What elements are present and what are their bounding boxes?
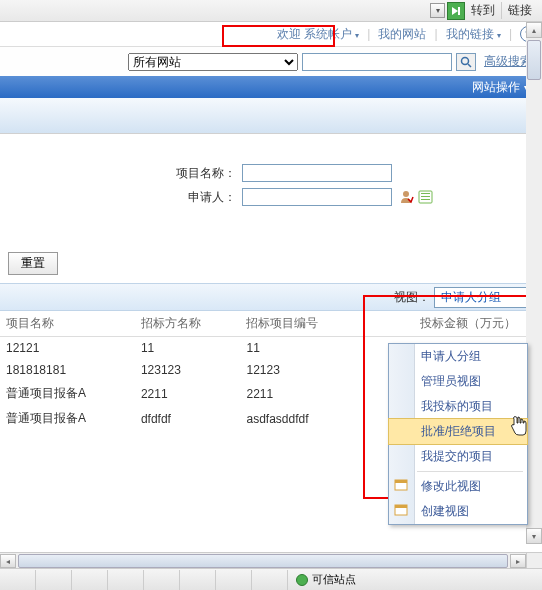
modify-view-menu-item[interactable]: 修改此视图 (389, 474, 527, 499)
status-cell (180, 570, 216, 590)
new-view-icon (394, 502, 410, 518)
status-cell (0, 570, 36, 590)
search-button[interactable] (456, 53, 476, 71)
status-cell (216, 570, 252, 590)
col-project-number[interactable]: 招标项目编号 (240, 311, 363, 337)
reset-button[interactable]: 重置 (8, 252, 58, 275)
edit-view-icon (394, 477, 410, 493)
col-project-name[interactable]: 项目名称 (0, 311, 135, 337)
status-cell (108, 570, 144, 590)
scroll-thumb-h[interactable] (18, 554, 508, 568)
svg-rect-9 (395, 480, 407, 483)
svg-rect-11 (395, 505, 407, 508)
trusted-site-icon (296, 574, 308, 586)
search-input[interactable] (302, 53, 452, 71)
svg-rect-0 (458, 7, 460, 15)
project-name-input[interactable] (242, 164, 392, 182)
svg-line-2 (468, 64, 471, 67)
scroll-up-button[interactable]: ▴ (526, 22, 542, 38)
trusted-site-label: 可信站点 (312, 572, 356, 587)
status-cell (36, 570, 72, 590)
my-site-link[interactable]: 我的网站 (378, 26, 426, 43)
applicant-label: 申请人： (12, 189, 242, 206)
browser-toolbar: ▾ 转到 链接 (0, 0, 542, 22)
view-menu-item[interactable]: 我提交的项目 (389, 444, 527, 469)
check-name-icon[interactable] (398, 189, 414, 205)
status-bar: 可信站点 (0, 568, 542, 590)
title-area (0, 98, 542, 134)
view-selector[interactable]: 申请人分组 ▾ (434, 287, 534, 308)
button-row: 重置 (0, 222, 542, 283)
search-scope-select[interactable]: 所有网站 (128, 53, 298, 71)
view-menu-item[interactable]: 批准/拒绝项目 (388, 418, 528, 445)
view-menu-item[interactable]: 申请人分组 (389, 344, 527, 369)
svg-rect-6 (421, 196, 430, 197)
go-label: 转到 (467, 2, 499, 19)
view-menu-item[interactable]: 管理员视图 (389, 369, 527, 394)
col-bidder-name[interactable]: 招标方名称 (135, 311, 241, 337)
site-actions-bar: 网站操作▾ (0, 76, 542, 98)
history-dropdown[interactable]: ▾ (430, 3, 445, 18)
scroll-thumb-v[interactable] (527, 40, 541, 80)
search-bar: 所有网站 高级搜索 (0, 46, 542, 76)
svg-point-1 (462, 57, 469, 64)
svg-rect-7 (421, 199, 430, 200)
view-dropdown-menu: 申请人分组管理员视图我投标的项目批准/拒绝项目我提交的项目修改此视图创建视图 (388, 343, 528, 525)
applicant-input[interactable] (242, 188, 392, 206)
svg-rect-5 (421, 193, 430, 194)
site-actions-button[interactable]: 网站操作▾ (466, 77, 534, 98)
col-bid-amount[interactable]: 投标金额（万元） (364, 311, 522, 337)
project-name-label: 项目名称： (12, 165, 242, 182)
user-nav: 欢迎 系统帐户 ▾ | 我的网站 | 我的链接 ▾ | ? (0, 22, 542, 46)
vertical-scrollbar[interactable]: ▴ ▾ (526, 22, 542, 544)
scroll-down-button[interactable]: ▾ (526, 528, 542, 544)
resize-grip[interactable] (526, 552, 542, 568)
view-label: 视图： (394, 289, 430, 306)
scroll-left-button[interactable]: ◂ (0, 554, 16, 568)
security-zone: 可信站点 (288, 572, 542, 587)
create-view-menu-item[interactable]: 创建视图 (389, 499, 527, 524)
view-menu-item[interactable]: 我投标的项目 (389, 394, 527, 419)
scroll-right-button[interactable]: ▸ (510, 554, 526, 568)
welcome-user-link[interactable]: 欢迎 系统帐户 ▾ (277, 26, 360, 43)
status-cell (72, 570, 108, 590)
status-cell (144, 570, 180, 590)
horizontal-scrollbar[interactable]: ◂ ▸ (0, 552, 526, 568)
go-button[interactable] (447, 2, 465, 20)
list-toolbar: 视图： 申请人分组 ▾ (0, 283, 542, 311)
svg-point-3 (403, 191, 409, 197)
my-links-link[interactable]: 我的链接 ▾ (446, 26, 501, 43)
status-cell (252, 570, 288, 590)
filter-form: 项目名称： 申请人： (0, 134, 542, 222)
browse-directory-icon[interactable] (418, 189, 434, 205)
links-label[interactable]: 链接 (501, 2, 538, 19)
